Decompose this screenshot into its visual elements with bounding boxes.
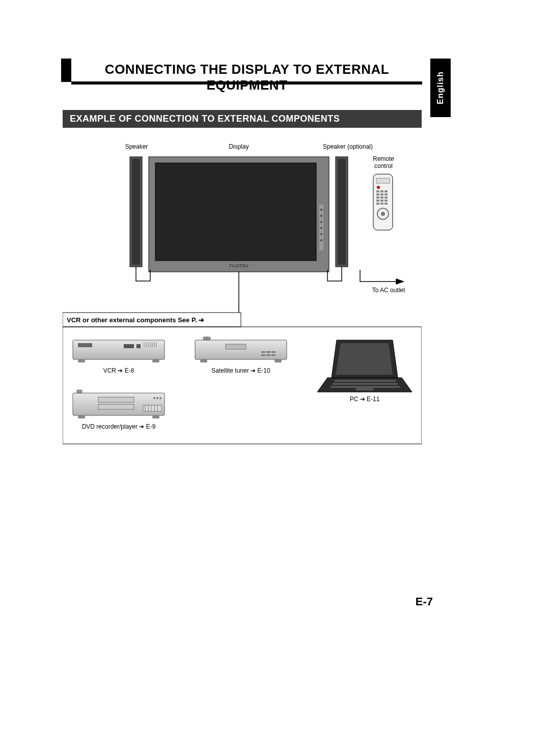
svg-rect-73 <box>152 415 159 418</box>
svg-point-64 <box>156 397 158 399</box>
svg-rect-77 <box>335 380 396 382</box>
remote-control-icon <box>373 174 393 230</box>
page-title-bar: CONNECTING THE DISPLAY TO EXTERNAL EQUIP… <box>61 59 423 93</box>
svg-rect-18 <box>384 190 388 192</box>
display-icon: FUJITSU <box>149 157 329 272</box>
svg-rect-34 <box>73 340 164 359</box>
svg-rect-21 <box>384 193 388 195</box>
connection-diagram: Speaker Display Speaker (optional) Remot… <box>63 138 422 449</box>
label-pc: PC ➔ E-11 <box>350 396 380 403</box>
svg-rect-3 <box>155 163 316 261</box>
svg-rect-78 <box>333 383 398 385</box>
svg-rect-47 <box>195 340 287 359</box>
svg-rect-36 <box>124 344 134 348</box>
svg-point-65 <box>159 397 161 399</box>
svg-rect-22 <box>376 197 379 199</box>
title-accent-block <box>61 59 71 82</box>
svg-rect-66 <box>143 405 161 411</box>
page-number: E-7 <box>416 595 433 608</box>
satellite-tuner-icon <box>195 337 287 362</box>
language-label: English <box>436 71 445 104</box>
svg-point-9 <box>320 233 322 235</box>
label-speaker-optional: Speaker (optional) <box>323 143 373 150</box>
label-satellite: Satellite tuner ➔ E-10 <box>211 367 270 374</box>
page: English CONNECTING THE DISPLAY TO EXTERN… <box>0 0 550 756</box>
vcr-icon <box>73 340 164 362</box>
language-tab: English <box>430 59 451 117</box>
svg-point-7 <box>320 221 322 223</box>
brand-label: FUJITSU <box>230 263 249 268</box>
svg-rect-55 <box>266 354 270 356</box>
svg-rect-60 <box>77 390 82 393</box>
svg-rect-26 <box>380 200 383 202</box>
svg-rect-14 <box>376 178 390 183</box>
svg-point-8 <box>320 227 322 229</box>
svg-rect-50 <box>226 344 246 349</box>
page-title: CONNECTING THE DISPLAY TO EXTERNAL EQUIP… <box>71 59 423 93</box>
svg-rect-28 <box>376 203 379 205</box>
svg-rect-23 <box>380 197 383 199</box>
svg-rect-61 <box>98 397 134 402</box>
svg-point-63 <box>153 397 155 399</box>
svg-rect-51 <box>261 351 265 353</box>
svg-point-32 <box>381 212 385 216</box>
section-heading: EXAMPLE OF CONNECTION TO EXTERNAL COMPON… <box>63 110 422 128</box>
laptop-icon <box>317 340 412 392</box>
svg-point-15 <box>377 186 380 189</box>
label-ac-outlet: To AC outlet <box>372 287 405 294</box>
label-dvd: DVD recorder/player ➔ E-9 <box>82 423 156 430</box>
svg-rect-72 <box>78 415 85 418</box>
speaker-left-icon <box>130 157 142 267</box>
label-speaker: Speaker <box>125 143 148 150</box>
label-remote-1: Remote <box>373 155 394 162</box>
svg-rect-62 <box>98 404 134 409</box>
svg-rect-17 <box>380 190 383 192</box>
svg-marker-33 <box>396 279 403 284</box>
title-underline <box>71 81 422 85</box>
svg-rect-19 <box>376 193 379 195</box>
svg-point-5 <box>320 209 322 211</box>
svg-rect-53 <box>271 351 276 353</box>
svg-rect-56 <box>271 354 276 356</box>
svg-rect-24 <box>384 197 388 199</box>
svg-rect-54 <box>261 354 265 356</box>
svg-rect-16 <box>376 190 379 192</box>
label-vcr: VCR ➔ E-8 <box>103 367 134 374</box>
label-remote-2: control <box>374 162 393 170</box>
svg-rect-37 <box>136 344 141 348</box>
svg-rect-29 <box>380 203 383 205</box>
svg-rect-25 <box>376 200 379 202</box>
svg-rect-45 <box>78 359 85 362</box>
svg-rect-58 <box>274 359 282 362</box>
speaker-right-icon <box>336 157 348 267</box>
svg-marker-75 <box>336 343 393 375</box>
components-box-title: VCR or other external components See P. … <box>67 316 204 324</box>
svg-rect-1 <box>132 159 140 265</box>
svg-rect-12 <box>338 159 346 265</box>
label-display: Display <box>229 143 249 150</box>
svg-rect-52 <box>266 351 270 353</box>
svg-rect-35 <box>78 343 92 347</box>
dvd-player-icon <box>73 390 164 418</box>
svg-rect-20 <box>380 193 383 195</box>
svg-rect-30 <box>384 203 388 205</box>
svg-point-6 <box>320 215 322 217</box>
svg-rect-46 <box>152 359 159 362</box>
svg-point-10 <box>320 239 322 241</box>
svg-rect-57 <box>200 359 207 362</box>
svg-rect-80 <box>356 388 373 390</box>
svg-rect-27 <box>384 200 388 202</box>
svg-rect-79 <box>331 386 400 388</box>
